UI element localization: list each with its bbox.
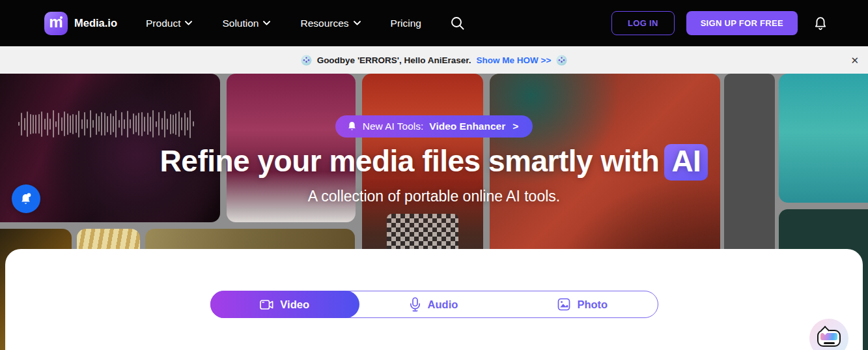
log-in-button[interactable]: LOG IN xyxy=(611,11,675,35)
nav-links: Product Solution Resources Pricing xyxy=(146,18,421,29)
chevron-down-icon xyxy=(263,21,270,25)
page-subtitle: A collection of portable online AI tools… xyxy=(308,188,560,205)
badge-highlight: Video Enhancer xyxy=(429,121,505,132)
tab-audio[interactable]: Audio xyxy=(359,291,508,317)
brand-logo[interactable]: m Media.io xyxy=(44,12,117,35)
chevron-down-icon xyxy=(354,21,361,25)
announcement-banner: Goodbye 'ERRORS', Hello AniEraser. Show … xyxy=(0,46,868,74)
bell-icon[interactable] xyxy=(813,16,828,31)
badge-arrow: > xyxy=(512,121,518,132)
banner-message: Goodbye 'ERRORS', Hello AniEraser. xyxy=(317,55,471,65)
nav-item-label: Solution xyxy=(222,18,259,29)
tab-label: Audio xyxy=(428,299,458,311)
anieraser-emoji-icon xyxy=(556,55,567,66)
nav-item-solution[interactable]: Solution xyxy=(222,18,270,29)
badge-bell-icon xyxy=(347,121,357,132)
ai-highlight: AI xyxy=(664,144,708,181)
nav-item-label: Resources xyxy=(300,18,348,29)
nav-item-label: Pricing xyxy=(391,18,421,29)
sign-up-button[interactable]: SIGN UP FOR FREE xyxy=(686,11,798,35)
top-navbar: m Media.io Product Solution Resources Pr… xyxy=(0,0,868,46)
anieraser-emoji-icon xyxy=(301,55,312,66)
tools-card: Video Audio Photo xyxy=(5,249,863,350)
notification-bell-icon[interactable] xyxy=(12,184,40,213)
nav-item-pricing[interactable]: Pricing xyxy=(391,18,421,29)
microphone-icon xyxy=(409,297,421,312)
tab-label: Video xyxy=(280,299,309,311)
banner-link[interactable]: Show Me HOW >> xyxy=(477,55,552,65)
page-title: Refine your media files smartly withAI xyxy=(160,143,708,181)
new-ai-tools-badge[interactable]: New AI Tools: Video Enhancer > xyxy=(335,115,533,138)
media-type-tab-bar: Video Audio Photo xyxy=(210,291,658,318)
photo-icon xyxy=(557,298,570,311)
chevron-down-icon xyxy=(185,21,192,25)
video-camera-icon xyxy=(260,299,273,310)
tab-video[interactable]: Video xyxy=(210,291,359,318)
chat-bubble-icon xyxy=(817,330,841,347)
search-icon[interactable] xyxy=(450,16,465,31)
tab-photo[interactable]: Photo xyxy=(508,291,657,317)
nav-item-product[interactable]: Product xyxy=(146,18,192,29)
close-icon[interactable]: ✕ xyxy=(850,55,859,65)
media-io-logo-icon: m xyxy=(44,12,68,35)
nav-item-label: Product xyxy=(146,18,180,29)
tab-label: Photo xyxy=(577,299,608,311)
nav-item-resources[interactable]: Resources xyxy=(300,18,360,29)
brand-name: Media.io xyxy=(74,17,117,29)
hero-content: New AI Tools: Video Enhancer > Refine yo… xyxy=(0,115,868,205)
badge-prefix: New AI Tools: xyxy=(363,121,424,132)
